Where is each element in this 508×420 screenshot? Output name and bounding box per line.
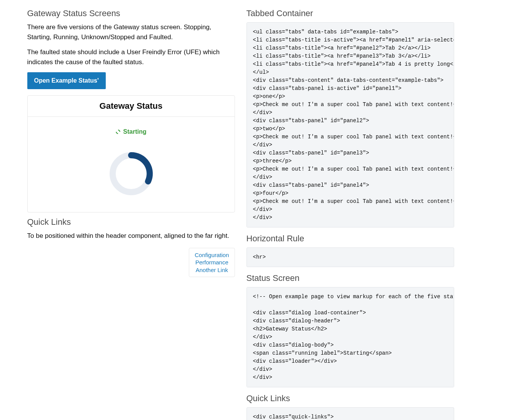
tabbed-container-heading: Tabbed Container (247, 8, 454, 18)
status-screen-code: <!-- Open example page to view markup fo… (247, 287, 454, 387)
gateway-status-p1: There are five versions of the Gateway s… (27, 22, 235, 42)
status-label: Starting (115, 128, 146, 135)
loader-spinner (108, 151, 154, 197)
dialog-title: Gateway Status (34, 101, 228, 111)
quick-links-desc: To be positioned within the header compo… (27, 231, 235, 241)
horizontal-rule-code: <hr> (247, 247, 454, 267)
gateway-status-p2: The faulted state should include a User … (27, 47, 235, 67)
status-screen-heading: Status Screen (247, 273, 454, 283)
gateway-status-dialog: Gateway Status Starting (27, 95, 235, 212)
open-example-status-button[interactable]: Open Example Status' (27, 72, 106, 89)
horizontal-rule-heading: Horizontal Rule (247, 234, 454, 244)
dialog-header: Gateway Status (28, 96, 235, 117)
quick-links-heading: Quick Links (27, 217, 235, 227)
quick-links-code: <div class="quick-links"> <a href="#">Co… (247, 407, 454, 420)
status-label-text: Starting (123, 128, 146, 135)
quick-link-performance[interactable]: Performance (195, 259, 229, 266)
gateway-status-heading: Gateway Status Screens (27, 8, 235, 18)
dialog-body: Starting (28, 117, 235, 212)
tabbed-container-code: <ul class="tabs" data-tabs id="example-t… (247, 22, 454, 227)
quick-links-code-heading: Quick Links (247, 393, 454, 403)
spinner-icon (115, 129, 121, 134)
quick-link-configuration[interactable]: Configuration (195, 251, 229, 259)
quick-link-another[interactable]: Another Link (195, 266, 229, 274)
quick-links-box: Configuration Performance Another Link (189, 248, 235, 277)
